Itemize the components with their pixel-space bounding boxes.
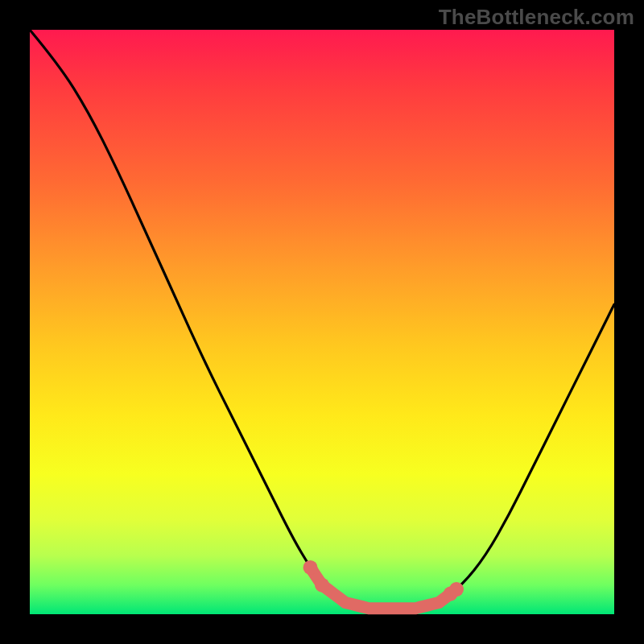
trough-marker-dot [315,578,329,592]
trough-highlight [311,568,457,609]
bottleneck-curve [30,30,614,609]
marker-group [303,560,464,609]
curve-group [30,30,614,609]
watermark-text: TheBottleneck.com [439,5,634,30]
trough-marker-dot [303,560,318,575]
bottleneck-curve-svg [30,30,614,614]
chart-frame: TheBottleneck.com [0,0,644,644]
trough-marker-dot [449,582,464,597]
plot-area [30,30,614,614]
